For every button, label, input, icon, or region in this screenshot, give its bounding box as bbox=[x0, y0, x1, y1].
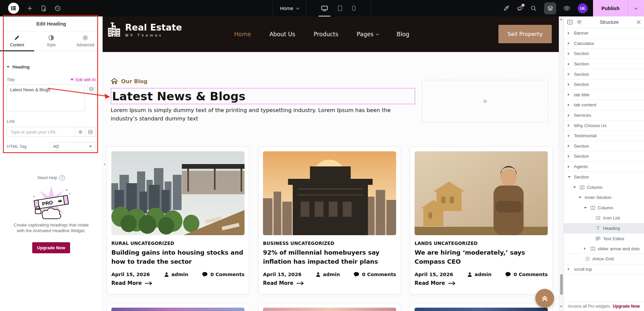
post-category[interactable]: BUSINESS UNCATEGORIZED bbox=[263, 241, 396, 246]
structure-item-inner-section[interactable]: Inner Section bbox=[564, 193, 644, 203]
structure-item-heading[interactable]: THeading bbox=[564, 223, 644, 234]
structure-item-column[interactable]: Column bbox=[564, 203, 644, 213]
post-image-agent-with-house-models[interactable] bbox=[415, 151, 548, 235]
expand-arrow-icon[interactable] bbox=[568, 268, 572, 270]
device-tablet-button[interactable] bbox=[338, 0, 342, 16]
post-category[interactable]: LANDS UNCATEGORIZED bbox=[415, 241, 548, 246]
tab-style[interactable]: Style bbox=[34, 32, 68, 51]
need-help-link[interactable]: Need Help ? bbox=[0, 175, 102, 180]
structure-item-tab-content[interactable]: tab content bbox=[564, 100, 644, 110]
structure-item-testimonial[interactable]: Testimonial bbox=[564, 131, 644, 141]
expand-arrow-icon[interactable] bbox=[568, 42, 572, 45]
link-dynamic-tags-button[interactable] bbox=[85, 127, 95, 137]
dynamic-tags-button[interactable] bbox=[87, 85, 96, 93]
nav-item-products[interactable]: Products bbox=[314, 31, 338, 38]
collapse-arrow-icon[interactable] bbox=[568, 176, 572, 178]
structure-item-banner[interactable]: Banner bbox=[564, 28, 644, 39]
structure-item-icon-list[interactable]: Icon List bbox=[564, 213, 644, 223]
structure-item-section[interactable]: Section bbox=[564, 49, 644, 59]
nav-item-home[interactable]: Home bbox=[234, 31, 251, 38]
structure-item-scroll-top[interactable]: scroll top bbox=[564, 264, 644, 275]
structure-item-slider-arrow-and-dots[interactable]: slider arrow and dots bbox=[564, 244, 644, 254]
dock-panel-button[interactable] bbox=[567, 20, 573, 24]
expand-arrow-icon[interactable] bbox=[568, 93, 572, 96]
structure-item-column[interactable]: Column bbox=[564, 182, 644, 193]
edit-with-ai-button[interactable]: Edit with AI bbox=[70, 77, 96, 82]
post-author[interactable]: admin bbox=[164, 272, 189, 277]
structure-panel-toggle[interactable] bbox=[544, 2, 556, 14]
structure-item-section[interactable]: Section bbox=[564, 172, 644, 182]
expand-arrow-icon[interactable] bbox=[584, 247, 588, 250]
nav-item-pages[interactable]: Pages bbox=[357, 31, 378, 38]
post-title[interactable]: We are hiring ‘moderately,’ says Compass… bbox=[415, 248, 548, 266]
structure-item-text-editor[interactable]: Text Editor bbox=[564, 234, 644, 244]
structure-item-why-choose-us[interactable]: Why Choose Us bbox=[564, 120, 644, 131]
close-structure-button[interactable] bbox=[637, 20, 641, 24]
collapse-arrow-icon[interactable] bbox=[584, 207, 588, 209]
device-mobile-button[interactable] bbox=[352, 0, 356, 16]
structure-item-section[interactable]: Section bbox=[564, 151, 644, 162]
expand-arrow-icon[interactable] bbox=[568, 32, 572, 35]
tab-advanced[interactable]: Advanced bbox=[68, 32, 102, 51]
expand-arrow-icon[interactable] bbox=[568, 155, 572, 158]
expand-arrow-icon[interactable] bbox=[568, 104, 572, 106]
preview-button[interactable] bbox=[564, 6, 570, 11]
structure-item-calculator[interactable]: Calculator bbox=[564, 39, 644, 49]
empty-column-dropzone[interactable]: + bbox=[422, 80, 548, 122]
publish-button[interactable]: Publish bbox=[593, 0, 628, 16]
sell-property-button[interactable]: Sell Property bbox=[498, 25, 552, 43]
post-title[interactable]: Building gains into housing stocks and h… bbox=[111, 248, 245, 266]
expand-arrow-icon[interactable] bbox=[568, 135, 572, 137]
expand-arrow-icon[interactable] bbox=[568, 83, 572, 86]
expand-arrow-icon[interactable] bbox=[568, 145, 572, 147]
publish-options-button[interactable] bbox=[628, 0, 644, 16]
title-input[interactable]: Latest News & Blogs bbox=[7, 85, 85, 111]
site-logo[interactable]: Real Estate WP Themes bbox=[107, 22, 182, 37]
scrollbar-up-arrow[interactable] bbox=[560, 18, 562, 20]
post-comments[interactable]: 0 Comments bbox=[202, 272, 245, 277]
post-image-sunset-rooftop[interactable] bbox=[263, 151, 396, 235]
post-title[interactable]: 92% of millennial homebuyers say inflati… bbox=[263, 248, 396, 266]
structure-item-section[interactable]: Section bbox=[564, 69, 644, 80]
structure-item-tab-titile[interactable]: tab titile bbox=[564, 90, 644, 100]
read-more-link[interactable]: Read More bbox=[415, 280, 548, 286]
add-element-button[interactable] bbox=[27, 6, 33, 11]
page-settings-button[interactable] bbox=[41, 5, 47, 11]
expand-arrow-icon[interactable] bbox=[568, 63, 572, 65]
collapse-arrow-icon[interactable] bbox=[573, 187, 577, 188]
expand-arrow-icon[interactable] bbox=[568, 52, 572, 55]
post-comments[interactable]: 0 Comments bbox=[354, 272, 396, 277]
nav-item-blog[interactable]: Blog bbox=[397, 31, 410, 38]
nav-item-about-us[interactable]: About Us bbox=[269, 31, 295, 38]
post-category[interactable]: RURAL UNCATEGORIZED bbox=[111, 241, 245, 246]
expand-arrow-icon[interactable] bbox=[568, 114, 572, 117]
expand-arrow-icon[interactable] bbox=[568, 124, 572, 127]
expand-arrow-icon[interactable] bbox=[568, 73, 572, 75]
structure-item-section[interactable]: Section bbox=[564, 80, 644, 90]
document-switcher[interactable]: Home bbox=[273, 0, 306, 16]
structure-item-amox-grid[interactable]: Amox Grid bbox=[564, 254, 644, 264]
scrollbar-thumb[interactable] bbox=[560, 274, 563, 295]
post-author[interactable]: admin bbox=[316, 272, 340, 277]
panel-collapse-handle[interactable] bbox=[103, 160, 107, 169]
device-desktop-button[interactable] bbox=[321, 0, 328, 16]
post-author[interactable]: admin bbox=[467, 272, 492, 277]
canvas-scrollbar[interactable] bbox=[559, 16, 564, 311]
post-image-rooftop-garden-skyline[interactable] bbox=[111, 151, 245, 235]
finder-search-button[interactable] bbox=[531, 5, 537, 11]
link-url-input[interactable] bbox=[7, 127, 75, 137]
expand-arrow-icon[interactable] bbox=[568, 165, 572, 168]
user-avatar[interactable]: UE bbox=[578, 3, 588, 13]
html-tag-select[interactable]: H2 bbox=[50, 142, 96, 151]
scroll-to-top-button[interactable] bbox=[535, 289, 554, 308]
structure-item-section[interactable]: Section bbox=[564, 141, 644, 152]
history-button[interactable] bbox=[55, 5, 61, 11]
elementor-logo[interactable] bbox=[8, 3, 19, 14]
tab-content[interactable]: Content bbox=[0, 32, 34, 51]
launch-rocket-button[interactable] bbox=[503, 5, 509, 11]
structure-item-agents[interactable]: Agents bbox=[564, 162, 644, 172]
upgrade-now-link[interactable]: Upgrade Now bbox=[613, 304, 640, 309]
structure-item-section[interactable]: Section bbox=[564, 59, 644, 69]
post-comments[interactable]: 0 Comments bbox=[505, 272, 548, 277]
read-more-link[interactable]: Read More bbox=[263, 280, 396, 286]
